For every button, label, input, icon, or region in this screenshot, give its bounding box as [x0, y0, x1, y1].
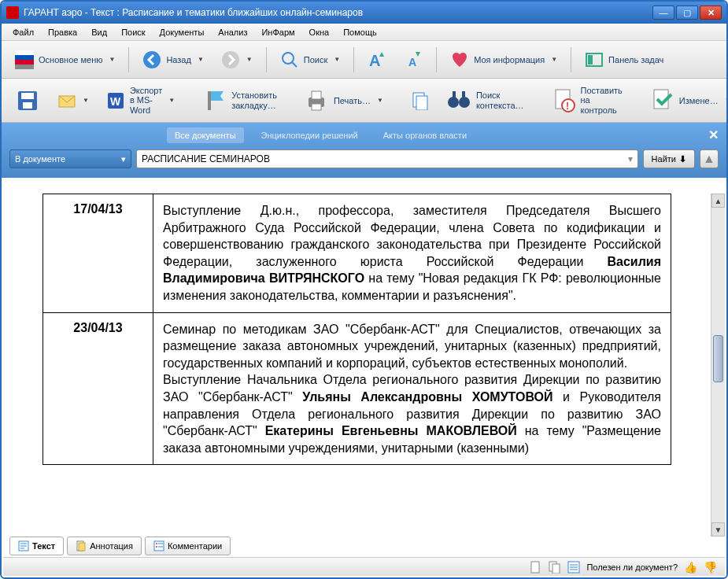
search-button[interactable]: Поиск ▼	[273, 46, 347, 73]
menu-file[interactable]: Файл	[6, 25, 40, 39]
annotation-icon	[76, 540, 87, 551]
svg-point-39	[156, 543, 157, 544]
changes-button[interactable]: Измене… ▼	[642, 84, 728, 117]
flag-icon	[15, 50, 34, 69]
table-row: 23/04/13Семинар по методикам ЗАО "Сберба…	[43, 312, 671, 465]
tab-acts[interactable]: Акты органов власти	[375, 127, 475, 143]
list-icon[interactable]	[567, 561, 580, 573]
schedule-description: Семинар по методикам ЗАО "Сбербанк-АСТ" …	[153, 312, 671, 465]
control-button[interactable]: ! Поставить на контроль	[544, 82, 630, 118]
svg-rect-21	[312, 104, 321, 110]
copy-icon[interactable]	[549, 561, 561, 573]
context-search-button[interactable]: Поиск контекста…	[439, 84, 531, 117]
maximize-button[interactable]: ▢	[676, 6, 698, 20]
vertical-scrollbar[interactable]: ▲ ▼	[711, 194, 725, 537]
chevron-down-icon: ▼	[109, 56, 115, 63]
titlebar: ГАРАНТ аэро - Текст : Расписание и темат…	[2, 2, 726, 24]
tab-annotation[interactable]: Аннотация	[67, 537, 142, 555]
menu-search[interactable]: Поиск	[115, 25, 151, 39]
separator	[571, 47, 571, 72]
svg-rect-23	[416, 96, 427, 110]
menu-analysis[interactable]: Анализ	[212, 25, 253, 39]
chevron-down-icon: ▼	[168, 97, 175, 104]
save-button[interactable]	[8, 84, 47, 117]
window-controls: — ▢ ✕	[652, 6, 722, 20]
menu-edit[interactable]: Правка	[42, 25, 83, 39]
print-button[interactable]: Печать… ▼	[297, 84, 390, 117]
document-content: 17/04/13Выступление Д.ю.н., профессора, …	[3, 194, 711, 537]
separator	[128, 47, 129, 72]
copy-button[interactable]	[403, 87, 436, 114]
document-icon[interactable]	[530, 561, 542, 573]
forward-button[interactable]: ▼	[214, 46, 260, 73]
arrow-up-icon: ▲	[703, 152, 715, 166]
menu-help[interactable]: Помощь	[337, 25, 383, 39]
svg-text:!: !	[566, 101, 569, 112]
chevron-down-icon: ▼	[198, 56, 204, 63]
tab-encyclopedia[interactable]: Энциклопедии решений	[253, 127, 366, 143]
envelope-icon	[57, 91, 76, 110]
printer-icon	[304, 88, 329, 113]
svg-rect-3	[15, 65, 34, 69]
toolbar-primary: Основное меню ▼ Назад ▼ ▼ Поиск ▼ A A Мо…	[2, 41, 726, 79]
bookmark-button[interactable]: Установить закладку…	[194, 84, 284, 117]
filter-bar: ✕ Все документы Энциклопедии решений Акт…	[2, 123, 726, 178]
scroll-thumb[interactable]	[713, 335, 723, 382]
text-icon	[18, 540, 29, 551]
task-panel-button[interactable]: Панель задач	[578, 46, 671, 73]
chevron-down-icon: ▼	[246, 56, 253, 63]
menubar: Файл Правка Вид Поиск Документы Анализ И…	[2, 24, 726, 41]
thumbs-up-button[interactable]: 👍	[684, 561, 697, 573]
save-icon	[15, 88, 40, 113]
svg-rect-45	[552, 564, 560, 573]
binoculars-icon	[446, 88, 471, 113]
svg-rect-11	[588, 55, 593, 65]
tab-all-docs[interactable]: Все документы	[167, 127, 244, 143]
my-info-button[interactable]: Моя информация ▼	[443, 46, 564, 73]
mail-button[interactable]: ▼	[50, 87, 96, 114]
bottom-tabs: Текст Аннотация Комментарии	[9, 537, 231, 555]
menu-view[interactable]: Вид	[85, 25, 113, 39]
svg-rect-43	[531, 562, 539, 573]
menu-windows[interactable]: Окна	[303, 25, 336, 39]
schedule-date: 17/04/13	[43, 194, 153, 313]
svg-line-7	[292, 62, 297, 67]
svg-point-5	[222, 51, 239, 68]
close-button[interactable]: ✕	[700, 6, 722, 20]
svg-point-6	[283, 53, 294, 64]
statusbar: Полезен ли документ? 👍 👎	[3, 557, 725, 576]
schedule-description: Выступление Д.ю.н., профессора, заместит…	[153, 194, 671, 313]
scope-select[interactable]: В документе ▾	[9, 149, 131, 168]
svg-rect-37	[79, 543, 85, 551]
menu-documents[interactable]: Документы	[153, 25, 211, 39]
find-prev-button[interactable]: ▲	[700, 149, 719, 168]
heart-icon	[450, 50, 469, 69]
minimize-button[interactable]: —	[652, 6, 674, 20]
document-alert-icon: !	[551, 88, 576, 113]
tab-text[interactable]: Текст	[9, 537, 64, 555]
font-up-icon: A	[368, 50, 386, 69]
schedule-date: 23/04/13	[43, 312, 153, 465]
svg-rect-13	[21, 93, 34, 99]
main-menu-button[interactable]: Основное меню ▼	[8, 46, 122, 73]
panel-icon	[585, 50, 604, 69]
font-decrease-button[interactable]: A	[397, 46, 430, 73]
menu-inform[interactable]: ИнФарм	[255, 25, 301, 39]
tab-comments[interactable]: Комментарии	[145, 537, 231, 555]
bookmark-flag-icon	[201, 88, 227, 113]
find-button[interactable]: Найти ⬇	[643, 149, 695, 168]
search-input[interactable]: РАСПИСАНИЕ СЕМИНАРОВ ▾	[136, 149, 638, 168]
svg-text:W: W	[110, 95, 121, 108]
scroll-down-button[interactable]: ▼	[711, 522, 725, 537]
thumbs-down-button[interactable]: 👎	[704, 561, 717, 573]
clipboard-icon	[410, 91, 429, 110]
scroll-up-button[interactable]: ▲	[711, 194, 725, 208]
export-word-button[interactable]: W Экспорт в MS-Word ▼	[99, 82, 182, 118]
svg-text:A: A	[408, 56, 416, 68]
back-button[interactable]: Назад ▼	[135, 46, 210, 73]
separator	[266, 47, 267, 72]
font-increase-button[interactable]: A	[360, 46, 394, 73]
svg-rect-20	[312, 91, 321, 99]
filter-tabs: Все документы Энциклопедии решений Акты …	[9, 127, 719, 143]
close-filter-icon[interactable]: ✕	[708, 127, 719, 142]
